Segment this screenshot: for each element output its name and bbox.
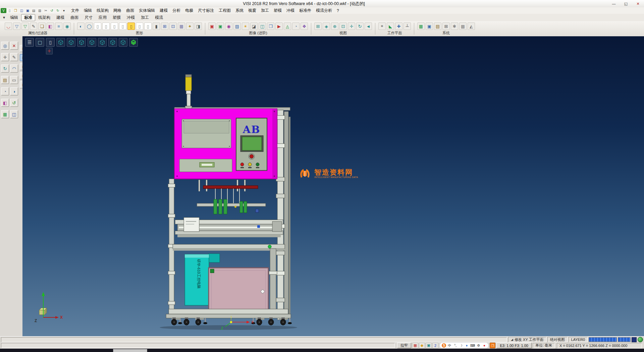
toolbar-tab[interactable]: 线架构 xyxy=(35,14,53,21)
new-file-icon[interactable]: ▯ xyxy=(7,8,12,13)
menu-item[interactable]: 电极 xyxy=(183,8,196,13)
sheet-view-button[interactable]: ▯ xyxy=(46,38,55,47)
block-icon[interactable]: ⊞ xyxy=(161,23,168,30)
gallery-icon[interactable]: ❖ xyxy=(301,23,308,30)
ucs-toggle-icon[interactable]: ✛ xyxy=(46,48,53,54)
ime-mic-icon[interactable]: ♦ xyxy=(465,343,469,348)
menu-item[interactable]: 尺寸标注 xyxy=(196,8,216,13)
tray-3d-app-icon[interactable]: ❒ xyxy=(490,343,495,348)
render-green-icon[interactable]: ▣ xyxy=(217,23,224,30)
element-solid-icon[interactable]: ▮ xyxy=(153,23,160,30)
block-edit-icon[interactable]: ⊡ xyxy=(169,23,177,30)
compare-icon[interactable]: ◬ xyxy=(284,23,291,30)
attribute-copy-icon[interactable]: ❏ xyxy=(38,23,46,30)
element-list-icon[interactable]: ▯ xyxy=(136,23,143,30)
element-list-icon[interactable]: ▯ xyxy=(144,23,152,30)
active-layer-cell[interactable]: LAYER0 xyxy=(569,337,588,342)
view-cube-back-button[interactable] xyxy=(98,38,107,47)
view-cube-right-button[interactable] xyxy=(77,38,86,47)
status-snap-icon[interactable]: ◆ xyxy=(419,343,425,349)
menu-item[interactable]: 工程图 xyxy=(216,8,233,13)
menu-item[interactable]: 实体编辑 xyxy=(137,8,157,13)
shade-toggle-icon[interactable]: ◑ xyxy=(10,87,18,95)
cad-exchange-icon[interactable]: ◭ xyxy=(468,23,475,30)
menu-item[interactable]: ? xyxy=(334,8,341,13)
element-list-icon[interactable]: ▯ xyxy=(111,23,118,30)
undo-view-icon[interactable]: ↺ xyxy=(10,99,18,107)
rectangle-tool-icon[interactable]: ▭ xyxy=(10,76,18,84)
edit-tool-icon[interactable]: ✎ xyxy=(10,53,18,61)
workplane-3pt-icon[interactable]: ✚ xyxy=(395,23,402,30)
viewport-menu-button[interactable]: ☰ xyxy=(25,38,34,47)
color-panel-icon[interactable]: ◧ xyxy=(1,99,9,107)
select-tool-icon[interactable]: ✛ xyxy=(1,53,9,61)
lighting-icon[interactable]: ✴ xyxy=(242,23,249,30)
menu-item[interactable]: 加工 xyxy=(259,8,271,13)
wireframe-mode-icon[interactable]: ◯ xyxy=(86,23,93,30)
toolbar-tab[interactable]: 模流 xyxy=(152,14,166,21)
workplane-normal-icon[interactable]: ┴ xyxy=(404,23,411,30)
ime-mode-chinese[interactable]: 中 xyxy=(447,343,452,348)
view-cube-front-button[interactable] xyxy=(67,38,75,47)
grid-panel-icon[interactable]: ▦ xyxy=(1,110,9,118)
minimize-button[interactable]: — xyxy=(608,0,620,7)
print-icon[interactable]: ▤ xyxy=(31,8,37,13)
sogou-logo-icon[interactable]: S xyxy=(442,343,446,348)
element-list-icon[interactable]: ▯ xyxy=(119,23,126,30)
app-logo-icon[interactable]: V xyxy=(1,8,6,13)
grid-display-icon[interactable]: ▦ xyxy=(178,23,185,30)
network-status-icon[interactable] xyxy=(638,337,643,342)
toolbar-tab[interactable]: 编辑 xyxy=(7,14,21,21)
menu-item[interactable]: 模流分析 xyxy=(314,8,334,13)
layer-panel-icon[interactable]: ▤ xyxy=(1,76,9,84)
layer-move-icon[interactable]: ≡ xyxy=(55,23,62,30)
orbit-tool-icon[interactable]: ↻ xyxy=(1,64,9,73)
close-button[interactable]: ✕ xyxy=(632,0,644,7)
filter-edit-icon[interactable]: ▽ xyxy=(21,23,29,30)
save-icon[interactable]: ◫ xyxy=(19,8,24,13)
workplane-origin-icon[interactable]: ⌖ xyxy=(378,23,386,30)
transparency-icon[interactable]: ◔ xyxy=(292,23,300,30)
element-list-icon[interactable]: ▯ xyxy=(94,23,101,30)
menu-item[interactable]: 编辑 xyxy=(82,8,94,13)
ime-settings-icon[interactable]: ⚙ xyxy=(476,343,481,348)
section-view-icon[interactable]: ◫ xyxy=(259,23,266,30)
animation-icon[interactable]: ▶ xyxy=(275,23,283,30)
arc-tool-icon[interactable]: ◠ xyxy=(10,64,18,73)
ime-keyboard-icon[interactable]: ⌨ xyxy=(470,343,475,348)
view-front-icon[interactable]: ⊞ xyxy=(314,23,322,30)
texture-icon[interactable]: ▨ xyxy=(233,23,241,30)
menu-item[interactable]: 系统 xyxy=(233,8,246,13)
history-icon[interactable]: ◔ xyxy=(1,87,9,95)
menu-item[interactable]: 视窗 xyxy=(246,8,259,13)
toolbar-tab[interactable]: 应用 xyxy=(96,14,110,21)
active-style-icon[interactable]: ▯ xyxy=(127,23,135,30)
element-list-icon[interactable]: ▯ xyxy=(102,23,110,30)
zoom-tool-icon[interactable]: ◎ xyxy=(1,42,9,50)
plot-icon[interactable]: ▥ xyxy=(37,8,43,13)
spark-icon[interactable]: ✦ xyxy=(186,23,194,30)
tab-dropdown-icon[interactable]: ▾ xyxy=(1,15,7,20)
undo-icon[interactable]: ↺ xyxy=(49,8,55,13)
zoom-fit-icon[interactable]: ⊕ xyxy=(331,23,338,30)
render-red-icon[interactable]: ▣ xyxy=(208,23,216,30)
ime-badge[interactable]: ● xyxy=(482,343,486,348)
system-grid-icon[interactable]: ▦ xyxy=(417,23,425,30)
view-mode-cell[interactable]: 绝对视图 xyxy=(547,337,568,342)
restore-button[interactable]: ◱ xyxy=(620,0,632,7)
rotate-view-icon[interactable]: ↻ xyxy=(356,23,364,30)
quickbar-more-icon[interactable]: ▾ xyxy=(61,8,67,13)
calculator-icon[interactable]: ✱ xyxy=(451,23,458,30)
view-iso-icon[interactable]: ◈ xyxy=(323,23,330,30)
menu-item[interactable]: 曲面 xyxy=(124,8,137,13)
viewport[interactable]: ☰▢▯ ✛ xyxy=(22,36,644,336)
snap-grid-icon[interactable]: ⊞ xyxy=(442,23,450,30)
capture-icon[interactable]: ❒ xyxy=(267,23,274,30)
view-cube-shaded-button[interactable] xyxy=(129,38,138,47)
menu-item[interactable]: 塑模 xyxy=(271,8,284,13)
attribute-pencil-icon[interactable]: ✎ xyxy=(30,23,37,30)
status-count-badge[interactable]: 2 xyxy=(432,343,438,349)
status-grid-icon[interactable]: ▦ xyxy=(412,343,418,349)
toolbar-tab[interactable]: 建模 xyxy=(53,14,67,21)
toolbar-tab[interactable]: 曲面 xyxy=(67,14,82,21)
